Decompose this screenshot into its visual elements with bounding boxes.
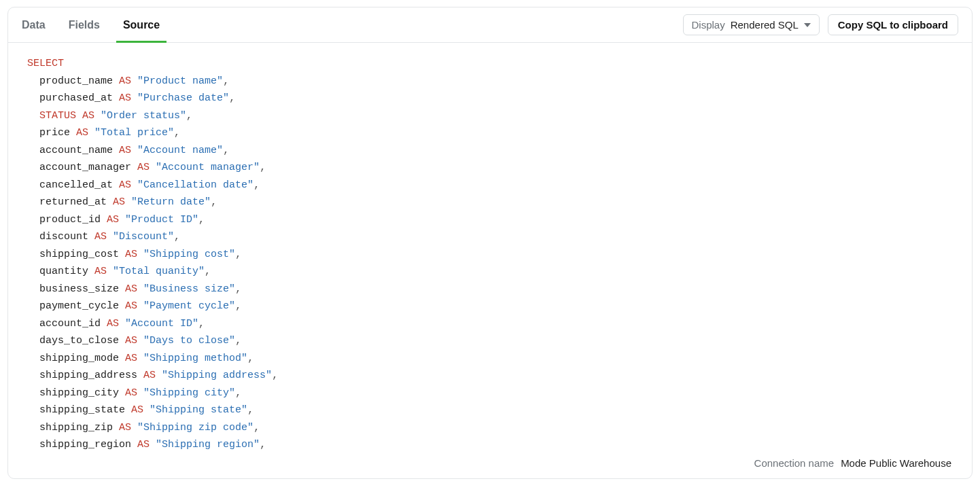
tab-data[interactable]: Data [22,7,46,42]
sql-code-view: SELECT product_name AS "Product name", p… [8,43,972,450]
footer: Connection name Mode Public Warehouse [8,450,972,478]
tab-bar: Data Fields Source Display Rendered SQL … [8,7,972,43]
chevron-down-icon [804,23,811,27]
tab-fields[interactable]: Fields [69,7,100,42]
tabs: Data Fields Source [22,7,160,42]
source-panel: Data Fields Source Display Rendered SQL … [7,7,973,479]
copy-sql-button[interactable]: Copy SQL to clipboard [828,14,958,35]
tab-source[interactable]: Source [123,7,160,42]
connection-name-value: Mode Public Warehouse [841,457,951,469]
toolbar-controls: Display Rendered SQL Copy SQL to clipboa… [683,14,959,35]
display-dropdown-label: Display [692,19,725,31]
connection-name-label: Connection name [754,457,835,469]
display-dropdown-value: Rendered SQL [731,19,799,31]
display-dropdown[interactable]: Display Rendered SQL [683,14,820,35]
